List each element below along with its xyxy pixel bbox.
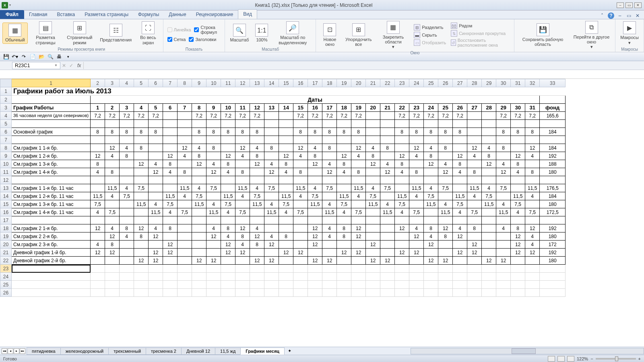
cell[interactable]: 12 <box>264 168 279 176</box>
cell[interactable]: 12 <box>250 232 264 241</box>
cell[interactable] <box>525 176 540 184</box>
sheet-tab[interactable]: Дневной 12 <box>181 348 215 355</box>
fund-cell[interactable]: 192 <box>540 224 566 232</box>
cell[interactable]: 4 <box>525 241 540 249</box>
fund-cell[interactable]: 184 <box>540 144 566 152</box>
row-label[interactable]: См.график 1 1-я бр. 11 час <box>12 184 91 192</box>
cell[interactable]: 4 <box>308 144 322 152</box>
cell[interactable]: 8 <box>438 128 453 136</box>
row-label[interactable]: См.график 2 2-я бр. <box>12 232 91 241</box>
cell[interactable] <box>250 120 264 128</box>
fund-cell[interactable] <box>540 136 566 144</box>
cell[interactable] <box>511 136 525 144</box>
col-header[interactable]: 20 <box>351 79 366 87</box>
cell[interactable] <box>511 184 525 192</box>
row-label[interactable] <box>12 176 91 184</box>
cell[interactable]: 4 <box>105 224 120 232</box>
cell[interactable] <box>91 257 105 265</box>
cell[interactable] <box>178 232 192 241</box>
cell[interactable]: 8 <box>235 168 250 176</box>
cell[interactable] <box>250 249 264 257</box>
cell[interactable] <box>482 232 496 241</box>
cell[interactable] <box>438 152 453 160</box>
cell[interactable]: 4 <box>250 144 264 152</box>
cell[interactable] <box>105 136 120 144</box>
fx-icon[interactable]: fx <box>77 63 81 68</box>
cell[interactable] <box>351 241 366 249</box>
cell[interactable] <box>163 136 178 144</box>
cell[interactable] <box>438 249 453 257</box>
sheet-tab[interactable]: Графики месяц <box>240 348 285 355</box>
cell[interactable]: 4 <box>322 160 337 168</box>
window-close-icon[interactable]: ✕ <box>634 12 641 19</box>
cell[interactable]: 12 <box>337 249 351 257</box>
cell[interactable] <box>279 176 293 184</box>
cell[interactable]: 4 <box>250 184 264 192</box>
cell[interactable]: 11,5 <box>351 184 366 192</box>
cell[interactable] <box>293 176 308 184</box>
cell[interactable] <box>178 200 192 208</box>
cell[interactable]: 12 <box>467 241 482 249</box>
cell[interactable] <box>264 224 279 232</box>
cell[interactable]: 12 <box>322 168 337 176</box>
cell[interactable] <box>178 257 192 265</box>
cell[interactable]: 12 <box>163 152 178 160</box>
cell[interactable] <box>264 152 279 160</box>
cell[interactable]: 7,2 <box>496 112 511 120</box>
cell[interactable]: 11,5 <box>235 184 250 192</box>
cell[interactable] <box>395 120 409 128</box>
cell[interactable] <box>178 224 192 232</box>
next-sheet-icon[interactable]: ▸ <box>14 348 19 354</box>
cell[interactable]: 7,2 <box>337 112 351 120</box>
cell[interactable] <box>496 232 511 241</box>
cell[interactable] <box>178 136 192 144</box>
row-label[interactable]: См.график 1 1-я бр. <box>12 144 91 152</box>
cell[interactable] <box>366 224 380 232</box>
cell[interactable]: 8 <box>163 160 178 168</box>
cell[interactable]: 7,5 <box>322 184 337 192</box>
cell[interactable]: 8 <box>438 144 453 152</box>
sheet-tab[interactable]: тресменка 2 <box>146 348 182 355</box>
first-sheet-icon[interactable]: ◂◂ <box>2 348 7 354</box>
cell[interactable] <box>380 249 395 257</box>
cell[interactable]: 12 <box>105 144 120 152</box>
cell[interactable] <box>91 184 105 192</box>
cell[interactable] <box>221 136 235 144</box>
col-header[interactable]: 10 <box>206 79 221 87</box>
row-header[interactable]: 1 <box>0 87 12 96</box>
cell[interactable] <box>467 232 482 241</box>
fund-cell[interactable]: 184 <box>540 128 566 136</box>
open-icon[interactable]: 📂 <box>38 53 45 60</box>
cell[interactable]: 4 <box>206 224 221 232</box>
tab-data[interactable]: Данные <box>164 10 191 19</box>
cell[interactable] <box>366 232 380 241</box>
cell[interactable] <box>482 241 496 249</box>
cell[interactable] <box>279 224 293 232</box>
cell[interactable] <box>366 136 380 144</box>
cell[interactable]: 4 <box>105 192 120 200</box>
cell[interactable]: 12 <box>525 144 540 152</box>
cell[interactable]: 11,5 <box>525 184 540 192</box>
cell[interactable] <box>91 120 105 128</box>
cell[interactable] <box>525 257 540 265</box>
cell[interactable] <box>206 152 221 160</box>
cell[interactable]: 8 <box>337 232 351 241</box>
fund-cell[interactable]: 172 <box>540 241 566 249</box>
cell[interactable]: 8 <box>337 224 351 232</box>
cell[interactable] <box>366 120 380 128</box>
gridlines-checkbox[interactable]: Сетка <box>166 37 188 42</box>
cell[interactable] <box>424 208 438 216</box>
col-header[interactable]: 23 <box>395 79 409 87</box>
window-restore-icon[interactable]: ▭ <box>625 12 632 19</box>
cell[interactable]: 12 <box>409 144 424 152</box>
cell[interactable]: 7,5 <box>264 184 279 192</box>
cell[interactable] <box>438 120 453 128</box>
fund-cell[interactable]: 180 <box>540 200 566 208</box>
cell[interactable]: 4 <box>91 208 105 216</box>
cell[interactable] <box>395 136 409 144</box>
cell[interactable] <box>424 216 438 224</box>
cell[interactable] <box>279 257 293 265</box>
cell[interactable] <box>293 136 308 144</box>
cell[interactable] <box>178 120 192 128</box>
cell[interactable]: 7,2 <box>395 112 409 120</box>
